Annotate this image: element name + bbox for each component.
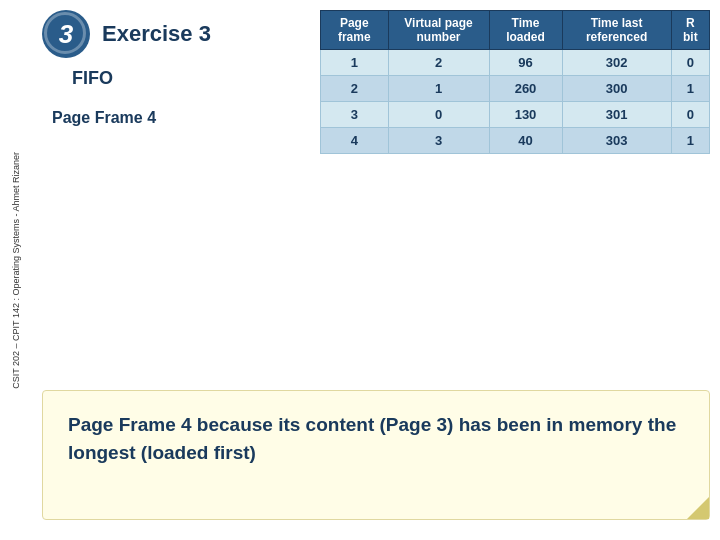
cell-r1-c4: 1 — [671, 76, 709, 102]
cell-r0-c4: 0 — [671, 50, 709, 76]
cell-r1-c0: 2 — [321, 76, 389, 102]
cell-r3-c3: 303 — [562, 128, 671, 154]
col-header-rbit: R bit — [671, 11, 709, 50]
table-row: 43403031 — [321, 128, 710, 154]
sidebar: CSIT 202 – CPIT 142 : Operating Systems … — [0, 0, 32, 540]
cell-r2-c0: 3 — [321, 102, 389, 128]
cell-r2-c4: 0 — [671, 102, 709, 128]
cell-r3-c2: 40 — [489, 128, 562, 154]
cell-r3-c0: 4 — [321, 128, 389, 154]
cell-r1-c3: 300 — [562, 76, 671, 102]
cell-r3-c1: 3 — [388, 128, 489, 154]
col-header-page-frame: Page frame — [321, 11, 389, 50]
cell-r2-c2: 130 — [489, 102, 562, 128]
cell-r1-c1: 1 — [388, 76, 489, 102]
fifo-label: FIFO — [42, 68, 156, 89]
cell-r0-c3: 302 — [562, 50, 671, 76]
labels-area: FIFO Page Frame 4 — [42, 68, 156, 127]
answer-box: Page Frame 4 because its content (Page 3… — [42, 390, 710, 520]
table-row: 301303010 — [321, 102, 710, 128]
cell-r0-c0: 1 — [321, 50, 389, 76]
table-container: Page frame Virtual page number Time load… — [320, 10, 710, 154]
cell-r2-c3: 301 — [562, 102, 671, 128]
cell-r2-c1: 0 — [388, 102, 489, 128]
col-header-time-last: Time last referenced — [562, 11, 671, 50]
logo-number: 3 — [59, 19, 73, 50]
cell-r0-c2: 96 — [489, 50, 562, 76]
main-content: 3 Exercise 3 Page frame Virtual page num… — [32, 0, 720, 540]
page-title: Exercise 3 — [102, 21, 211, 47]
logo: 3 — [42, 10, 90, 58]
cell-r0-c1: 2 — [388, 50, 489, 76]
answer-text: Page Frame 4 because its content (Page 3… — [68, 414, 676, 463]
col-header-virtual-page: Virtual page number — [388, 11, 489, 50]
table-row: 12963020 — [321, 50, 710, 76]
cell-r1-c2: 260 — [489, 76, 562, 102]
table-row: 212603001 — [321, 76, 710, 102]
sidebar-label: CSIT 202 – CPIT 142 : Operating Systems … — [11, 152, 21, 389]
data-table: Page frame Virtual page number Time load… — [320, 10, 710, 154]
page-frame-label: Page Frame 4 — [42, 109, 156, 127]
cell-r3-c4: 1 — [671, 128, 709, 154]
col-header-time-loaded: Time loaded — [489, 11, 562, 50]
